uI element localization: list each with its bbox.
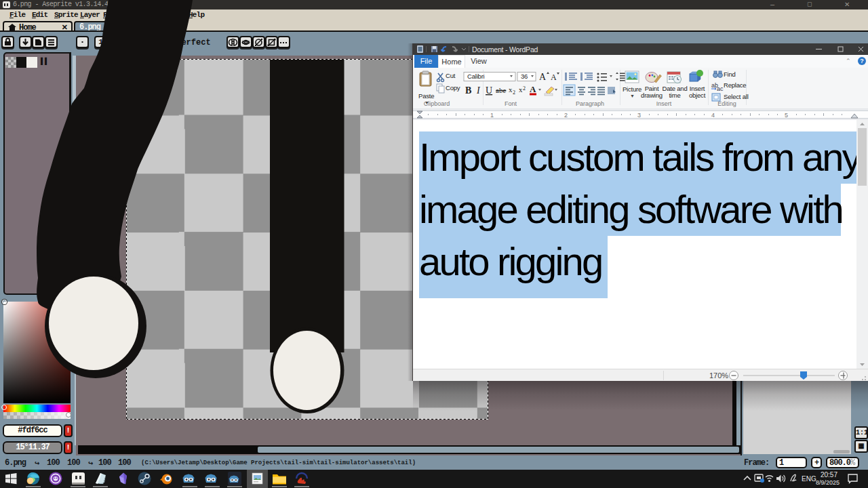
- svg-text:B: B: [465, 85, 471, 96]
- svg-text:2: 2: [523, 85, 526, 92]
- svg-text:I: I: [476, 85, 481, 96]
- svg-text:3: 3: [637, 112, 641, 119]
- svg-text:abe: abe: [496, 86, 506, 94]
- svg-text:A: A: [539, 72, 547, 82]
- svg-text:A: A: [530, 84, 536, 94]
- svg-text:5: 5: [785, 112, 788, 119]
- svg-text:ac: ac: [717, 85, 724, 92]
- svg-text:U: U: [486, 85, 492, 96]
- svg-text:2: 2: [564, 112, 568, 119]
- svg-text:A: A: [551, 73, 557, 82]
- svg-text:1: 1: [490, 112, 494, 119]
- svg-text:2: 2: [513, 89, 515, 96]
- svg-text:4: 4: [711, 112, 715, 119]
